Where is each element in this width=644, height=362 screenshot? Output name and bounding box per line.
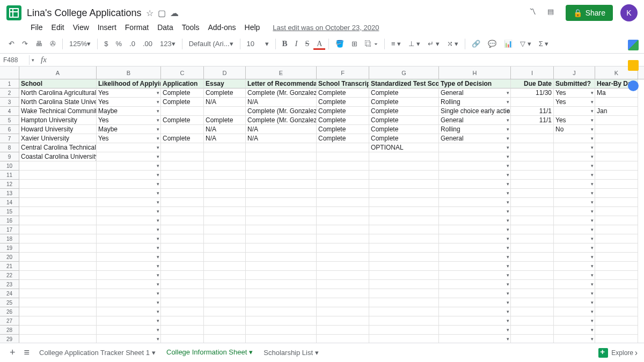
dropdown-arrow-icon[interactable]: ▾ xyxy=(591,263,594,269)
dropdown-arrow-icon[interactable]: ▾ xyxy=(507,163,509,168)
row-header-11[interactable]: 11 xyxy=(0,171,19,180)
dropdown-arrow-icon[interactable]: ▾ xyxy=(591,127,594,132)
cell-G21[interactable] xyxy=(369,262,439,271)
cell-I9[interactable] xyxy=(511,152,554,161)
move-icon[interactable]: ▢ xyxy=(158,8,166,18)
row-header-18[interactable]: 18 xyxy=(0,234,19,243)
cell-K3[interactable] xyxy=(595,98,638,107)
cell-B18[interactable]: ▾ xyxy=(97,234,161,243)
column-header-I[interactable]: I xyxy=(511,67,554,79)
cell-H23[interactable]: ▾ xyxy=(439,280,511,289)
cell-F22[interactable] xyxy=(317,271,369,280)
name-box-dropdown[interactable]: ▾ xyxy=(30,57,36,63)
cell-F15[interactable] xyxy=(317,207,369,216)
cell-H21[interactable]: ▾ xyxy=(439,262,511,271)
dropdown-arrow-icon[interactable]: ▾ xyxy=(157,245,159,250)
cell-C11[interactable] xyxy=(161,171,204,180)
cell-A15[interactable] xyxy=(19,207,97,216)
cell-B6[interactable]: Maybe▾ xyxy=(97,125,161,134)
cell-F25[interactable] xyxy=(317,298,369,307)
column-header-G[interactable]: G xyxy=(369,67,439,79)
dropdown-arrow-icon[interactable]: ▾ xyxy=(507,90,509,95)
cell-K11[interactable] xyxy=(595,171,638,180)
cell-I22[interactable] xyxy=(511,271,554,280)
cell-I18[interactable] xyxy=(511,234,554,243)
insert-comment-button[interactable]: 💬 xyxy=(485,38,500,50)
dropdown-arrow-icon[interactable]: ▾ xyxy=(157,327,159,333)
cell-I17[interactable] xyxy=(511,225,554,234)
cell-A7[interactable]: Xavier University xyxy=(19,134,97,143)
row-header-8[interactable]: 8 xyxy=(0,143,19,152)
cell-F8[interactable] xyxy=(317,143,369,152)
cell-G27[interactable] xyxy=(369,316,439,326)
dropdown-arrow-icon[interactable]: ▾ xyxy=(507,117,509,123)
cell-E28[interactable] xyxy=(246,326,317,335)
cell-F21[interactable] xyxy=(317,262,369,271)
sheet-tab-1[interactable]: College Application Tracker Sheet 1 ▾ xyxy=(34,345,161,360)
dropdown-arrow-icon[interactable]: ▾ xyxy=(507,272,509,278)
cell-F1[interactable]: School Transcript xyxy=(317,79,369,88)
cell-K6[interactable] xyxy=(595,125,638,134)
column-header-E[interactable]: E xyxy=(246,67,317,79)
cell-H14[interactable]: ▾ xyxy=(439,198,511,207)
add-sheet-button[interactable]: + xyxy=(5,345,20,360)
menu-data[interactable]: Data xyxy=(153,22,177,33)
cell-H9[interactable]: ▾ xyxy=(439,152,511,161)
cell-J1[interactable]: Submitted? xyxy=(554,79,595,88)
dropdown-arrow-icon[interactable]: ▾ xyxy=(157,272,159,278)
cell-A4[interactable]: Wake Technical Community C xyxy=(19,107,97,116)
cell-B9[interactable]: ▾ xyxy=(97,152,161,161)
cell-E3[interactable]: N/A xyxy=(246,98,317,107)
dropdown-arrow-icon[interactable]: ▾ xyxy=(591,117,594,123)
name-box[interactable]: F488 xyxy=(0,55,30,65)
cell-D2[interactable]: Complete xyxy=(204,88,246,98)
dropdown-arrow-icon[interactable]: ▾ xyxy=(507,181,509,187)
cell-B15[interactable]: ▾ xyxy=(97,207,161,216)
cell-A1[interactable]: School xyxy=(19,79,97,88)
column-header-B[interactable]: B xyxy=(97,67,161,79)
cell-I4[interactable]: 11/1 xyxy=(511,107,554,116)
dropdown-arrow-icon[interactable]: ▾ xyxy=(507,127,509,132)
cell-E12[interactable] xyxy=(246,180,317,189)
dropdown-arrow-icon[interactable]: ▾ xyxy=(591,163,594,168)
cell-J26[interactable]: ▾ xyxy=(554,307,595,316)
cell-J12[interactable]: ▾ xyxy=(554,180,595,189)
dropdown-arrow-icon[interactable]: ▾ xyxy=(507,318,509,323)
cell-D24[interactable] xyxy=(204,289,246,298)
row-header-24[interactable]: 24 xyxy=(0,289,19,298)
cell-H17[interactable]: ▾ xyxy=(439,225,511,234)
cell-F19[interactable] xyxy=(317,243,369,253)
cell-E13[interactable] xyxy=(246,189,317,198)
cell-G8[interactable]: OPTIONAL xyxy=(369,143,439,152)
dropdown-arrow-icon[interactable]: ▾ xyxy=(507,245,509,250)
cell-F10[interactable] xyxy=(317,161,369,171)
cell-C24[interactable] xyxy=(161,289,204,298)
cell-E16[interactable] xyxy=(246,216,317,225)
cell-G7[interactable]: Complete xyxy=(369,134,439,143)
cell-D13[interactable] xyxy=(204,189,246,198)
cell-B4[interactable]: Maybe▾ xyxy=(97,107,161,116)
cell-K14[interactable] xyxy=(595,198,638,207)
cell-B22[interactable]: ▾ xyxy=(97,271,161,280)
dropdown-arrow-icon[interactable]: ▾ xyxy=(507,300,509,305)
cell-J15[interactable]: ▾ xyxy=(554,207,595,216)
horizontal-align-button[interactable]: ≡ ▾ xyxy=(388,38,404,50)
side-panel-toggle[interactable]: › xyxy=(635,348,638,358)
cell-D25[interactable] xyxy=(204,298,246,307)
borders-button[interactable]: ⊞ xyxy=(348,38,361,50)
cell-K13[interactable] xyxy=(595,189,638,198)
tasks-addon-icon[interactable] xyxy=(628,80,639,91)
cell-H7[interactable]: General▾ xyxy=(439,134,511,143)
cell-C26[interactable] xyxy=(161,307,204,316)
sheet-tab-3[interactable]: Scholarship List ▾ xyxy=(258,345,324,360)
cell-K8[interactable] xyxy=(595,143,638,152)
cell-E27[interactable] xyxy=(246,316,317,326)
column-header-C[interactable]: C xyxy=(161,67,204,79)
cell-E7[interactable]: N/A xyxy=(246,134,317,143)
dropdown-arrow-icon[interactable]: ▾ xyxy=(507,218,509,223)
cell-I15[interactable] xyxy=(511,207,554,216)
cell-G5[interactable]: Complete xyxy=(369,116,439,125)
dropdown-arrow-icon[interactable]: ▾ xyxy=(591,309,594,314)
cell-H22[interactable]: ▾ xyxy=(439,271,511,280)
last-edit-link[interactable]: Last edit was on October 23, 2020 xyxy=(269,23,383,33)
